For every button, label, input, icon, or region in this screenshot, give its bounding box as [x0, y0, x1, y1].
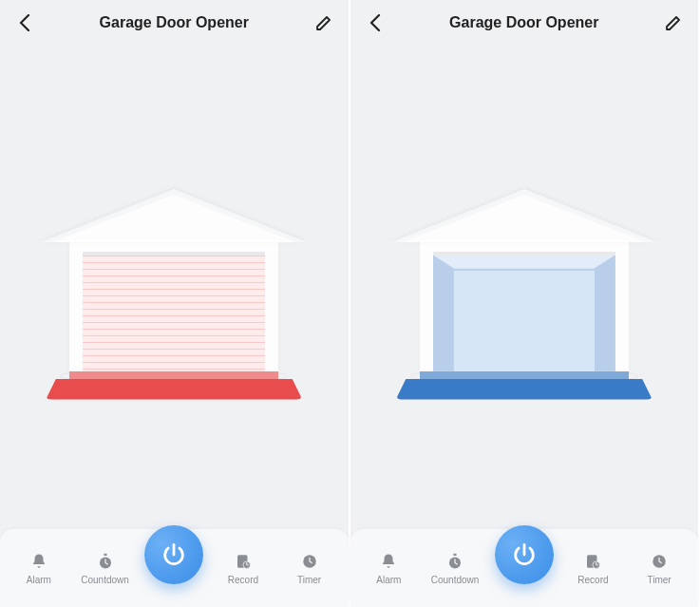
bottom-nav: Alarm Countdown Record Timer — [0, 529, 349, 607]
content-area — [0, 46, 349, 607]
garage-door-closed — [83, 256, 265, 371]
door-opening — [83, 252, 265, 371]
nav-timer[interactable]: Timer — [633, 551, 686, 585]
nav-record[interactable]: Record — [217, 551, 270, 585]
clock-icon — [649, 551, 670, 572]
garage-body — [420, 238, 629, 371]
record-icon — [233, 551, 254, 572]
nav-label: Timer — [297, 575, 321, 585]
header: Garage Door Opener — [350, 0, 699, 46]
nav-countdown[interactable]: Countdown — [428, 551, 482, 585]
nav-label: Countdown — [81, 575, 129, 585]
screen-open: Garage Door Opener — [350, 0, 701, 607]
nav-label: Alarm — [376, 575, 401, 585]
svg-rect-6 — [454, 554, 457, 556]
clock-icon — [299, 551, 320, 572]
power-button[interactable] — [495, 525, 554, 584]
content-area — [350, 46, 699, 607]
page-title: Garage Door Opener — [387, 14, 663, 31]
garage-ceiling — [433, 256, 615, 269]
nav-label: Alarm — [27, 575, 51, 585]
nav-record[interactable]: Record — [566, 551, 619, 585]
power-button[interactable] — [144, 525, 203, 584]
screen-closed: Garage Door Opener Alarm — [0, 0, 350, 607]
garage-illustration-open — [401, 189, 648, 427]
roof-inner — [403, 195, 646, 242]
power-icon — [161, 541, 187, 568]
roof-inner — [52, 195, 295, 242]
bottom-nav: Alarm Countdown Record Timer — [350, 529, 699, 607]
door-opening — [433, 252, 615, 371]
edit-icon[interactable] — [312, 11, 335, 34]
driveway-front — [46, 379, 302, 400]
nav-timer[interactable]: Timer — [283, 551, 336, 585]
nav-alarm[interactable]: Alarm — [12, 551, 66, 585]
garage-wall-left — [433, 256, 454, 371]
garage-wall-right — [595, 256, 615, 371]
garage-illustration-closed — [50, 189, 297, 427]
nav-label: Countdown — [431, 575, 480, 585]
nav-countdown[interactable]: Countdown — [79, 551, 132, 585]
nav-label: Timer — [648, 575, 672, 585]
garage-body — [69, 238, 278, 371]
back-icon[interactable] — [13, 11, 36, 34]
header: Garage Door Opener — [0, 0, 349, 46]
driveway-front — [396, 379, 653, 400]
stopwatch-icon — [445, 551, 465, 572]
bell-icon — [378, 551, 399, 572]
edit-icon[interactable] — [662, 11, 685, 34]
bell-icon — [28, 551, 49, 572]
nav-label: Record — [228, 575, 258, 585]
page-title: Garage Door Opener — [36, 14, 312, 31]
nav-label: Record — [577, 575, 608, 585]
garage-door-open — [433, 256, 615, 371]
nav-alarm[interactable]: Alarm — [362, 551, 415, 585]
stopwatch-icon — [95, 551, 116, 572]
svg-rect-1 — [104, 554, 106, 556]
back-icon[interactable] — [364, 11, 387, 34]
power-icon — [511, 541, 538, 568]
record-icon — [582, 551, 603, 572]
